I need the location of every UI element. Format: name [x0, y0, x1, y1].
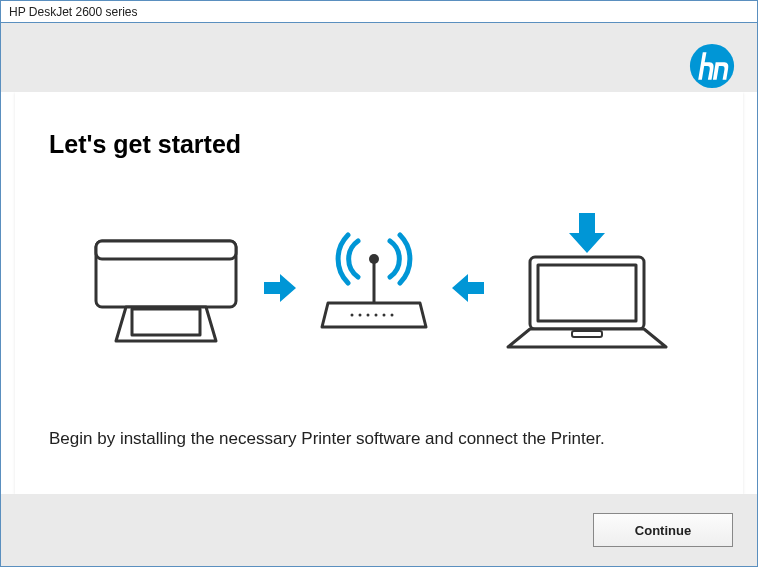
- arrow-down-icon: [569, 213, 605, 253]
- svg-rect-3: [132, 309, 200, 335]
- arrow-right-icon: [264, 274, 296, 306]
- svg-rect-13: [538, 265, 636, 321]
- description-text: Begin by installing the necessary Printe…: [49, 427, 609, 451]
- window-title: HP DeskJet 2600 series: [9, 5, 138, 19]
- continue-button[interactable]: Continue: [593, 513, 733, 547]
- laptop-icon: [502, 213, 672, 367]
- header-area: [1, 23, 757, 92]
- svg-rect-2: [96, 241, 236, 259]
- printer-icon: [86, 223, 246, 357]
- arrow-left-icon: [452, 274, 484, 306]
- svg-rect-14: [572, 331, 602, 337]
- hp-logo-icon: [689, 43, 735, 93]
- title-bar: HP DeskJet 2600 series: [1, 1, 757, 23]
- content-card: Let's get started: [15, 92, 743, 494]
- installer-window: HP DeskJet 2600 series Let's get started: [0, 0, 758, 567]
- footer-area: Continue: [1, 494, 757, 566]
- setup-illustration: [49, 213, 709, 367]
- svg-point-5: [369, 254, 379, 264]
- router-icon: [314, 223, 434, 357]
- page-title: Let's get started: [49, 130, 709, 159]
